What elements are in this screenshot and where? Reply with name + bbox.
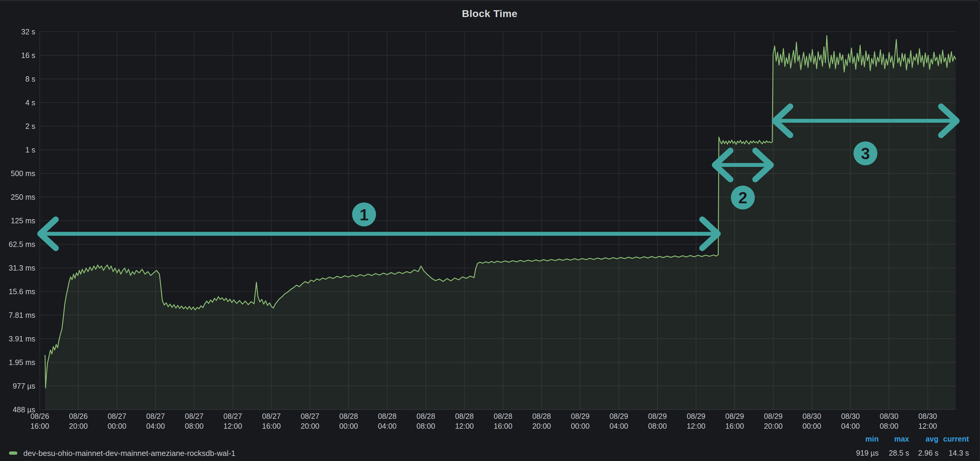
legend-series-label[interactable]: dev-besu-ohio-mainnet-dev-mainnet-amezia… [23, 449, 235, 458]
legend-stat-value-current: 14.3 s [918, 449, 969, 458]
legend: dev-besu-ohio-mainnet-dev-mainnet-amezia… [0, 1, 979, 461]
legend-series-swatch[interactable] [9, 451, 18, 455]
grafana-panel: Block Time 123 32 s16 s8 s4 s2 s1 s500 m… [0, 0, 980, 461]
legend-stat-header-current[interactable]: current [918, 435, 969, 444]
